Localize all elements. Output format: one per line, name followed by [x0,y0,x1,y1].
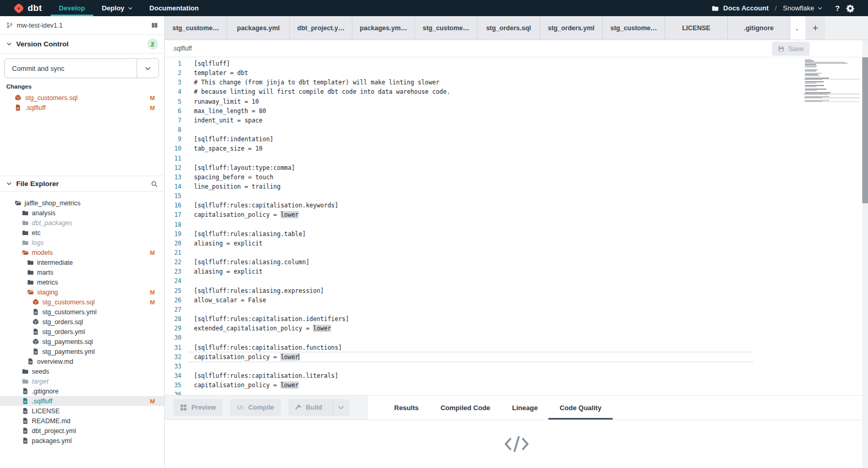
file-tree-item[interactable]: dbt_project.yml [0,426,164,436]
file-tree-item-label: stg_orders.sql [42,318,83,326]
file-icon [32,309,39,315]
editor-tab[interactable]: dbt_project.y… [290,16,352,40]
scrollbar-track[interactable] [862,40,868,468]
help-button[interactable]: ? [835,4,840,13]
editor-tab[interactable]: LICENSE [665,16,728,40]
file-explorer-header[interactable]: File Explorer [0,176,164,192]
file-tree-item-label: models [32,249,53,256]
panel-tab-lineage[interactable]: Lineage [501,396,548,420]
modified-status-badge: M [150,250,155,256]
file-tree-item[interactable]: stg_payments.sql [0,337,164,347]
code-line: 4# because linting will first compile db… [165,87,868,96]
nav-item-develop[interactable]: Develop [51,0,94,16]
nav-item-documentation[interactable]: Documentation [141,0,207,16]
file-tree-item[interactable]: stg_payments.yml [0,347,164,356]
dbt-logo[interactable]: dbt [0,0,42,16]
code-line: 24 [165,276,868,286]
modified-status-badge: M [150,95,155,101]
file-tree-item[interactable]: stg_orders.yml [0,327,164,337]
line-number: 19 [165,229,181,239]
file-tree-item-label: logs [32,239,44,247]
folder-icon [22,219,29,226]
chevron-down-icon [6,181,12,187]
build-button[interactable]: Build [288,399,349,416]
build-options-chevron[interactable] [333,399,349,416]
line-number: 27 [165,305,181,314]
file-tree-item[interactable]: marts [0,267,164,277]
folder-icon [22,229,29,236]
code-editor[interactable]: 1[sqlfluff]2templater = dbt3# This chang… [165,57,868,395]
editor-tab[interactable]: stg_orders.sql [478,16,540,40]
code-line: 17capitalisation_policy = lower [165,210,868,219]
file-tree-item[interactable]: target [0,376,164,386]
line-number: 21 [165,248,181,257]
file-icon [22,388,29,395]
editor-tab[interactable]: .gitignore [728,16,790,40]
file-tree-item[interactable]: stagingM [0,287,164,297]
scrollbar-thumb[interactable] [862,57,868,203]
editor-tab-active-partial[interactable]: . [790,16,805,40]
file-tree-item[interactable]: modelsM [0,248,164,257]
version-control-header[interactable]: Version Control 2 [0,35,164,54]
file-tree-item[interactable]: README.md [0,416,164,426]
editor-tab[interactable]: packages.ym… [352,16,415,40]
file-tree-item-label: staging [37,289,58,296]
panel-tab-compiled-code[interactable]: Compiled Code [430,396,501,420]
file-tree-item[interactable]: stg_customers.sqlM [0,297,164,307]
code-line: 6max_line_length = 80 [165,106,868,116]
file-tree-item[interactable]: intermediate [0,257,164,267]
git-branch-row: mw-test-idev1.1 [0,16,164,35]
line-number: 18 [165,220,181,229]
account-switcher[interactable]: Docs Account [712,4,768,12]
search-icon[interactable] [151,180,158,188]
file-tree-item-label: stg_payments.sql [42,338,93,346]
commit-options-chevron[interactable] [137,59,158,78]
code-line: 14line_position = trailing [165,182,868,191]
file-tree-item[interactable]: dbt_packages [0,218,164,228]
file-tree-item[interactable]: analysis [0,208,164,218]
file-tree-item[interactable]: overview.md [0,356,164,366]
file-tree-item[interactable]: jaffle_shop_metrics [0,198,164,208]
editor-tab[interactable]: stg_custome… [603,16,665,40]
file-tree-item[interactable]: stg_customers.yml [0,307,164,317]
dbt-logo-text: dbt [28,3,42,14]
changed-file-row[interactable]: stg_customers.sqlM [0,93,164,103]
file-tree-item-label: marts [37,269,53,276]
nav-item-deploy[interactable]: Deploy [93,0,141,16]
folder-icon [27,269,34,276]
file-tree-item[interactable]: logs [0,238,164,248]
editor-tab[interactable]: stg_custome… [165,16,227,40]
settings-gear-icon[interactable] [846,4,854,13]
panel-tab-results[interactable]: Results [383,396,430,420]
file-tree-item[interactable]: .gitignore [0,386,164,396]
save-button[interactable]: Save [772,42,810,56]
split-panels-icon[interactable] [151,22,158,29]
file-tree-item[interactable]: metrics [0,277,164,287]
preview-button[interactable]: Preview [173,399,223,416]
grid-icon [180,404,187,411]
commit-and-sync-button[interactable]: Commit and sync [4,58,159,78]
editor-tab[interactable]: packages.yml [227,16,290,40]
editor-tab[interactable]: stg_custome… [415,16,478,40]
connection-switcher[interactable]: Snowflake [783,4,823,12]
changed-file-row[interactable]: .sqlfluffM [0,103,164,113]
panel-tab-code-quality[interactable]: Code Quality [548,396,612,420]
code-line: 19[sqlfluff:rules:aliasing.table] [165,229,868,239]
compile-button[interactable]: Compile [230,399,280,416]
editor-tab[interactable]: stg_orders.yml [540,16,603,40]
line-number: 35 [165,380,181,390]
file-tree-item[interactable]: seeds [0,366,164,376]
line-number: 7 [165,116,181,125]
code-icon [237,404,244,411]
file-tree-item[interactable]: stg_orders.sql [0,317,164,327]
file-tree-item[interactable]: LICENSE [0,406,164,416]
file-icon [22,408,29,414]
breadcrumb-separator: / [775,4,777,12]
code-line: 3# This change (from jinja to dbt templa… [165,78,868,87]
new-tab-button[interactable]: + [805,16,825,40]
file-icon [22,398,29,404]
file-tree-item[interactable]: etc [0,228,164,238]
file-tree-item[interactable]: .sqlfluffM [0,396,164,406]
file-tree-item[interactable]: packages.yml [0,436,164,446]
model-icon [32,338,39,345]
